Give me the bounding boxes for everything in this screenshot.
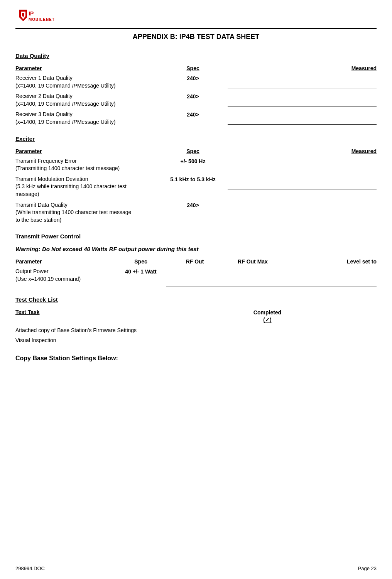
completed-line2: (✓) — [158, 316, 377, 323]
exciter-title: Exciter — [15, 135, 377, 142]
dq-row2-param: Receiver 2 Data Quality (x=1400, 19 Comm… — [15, 93, 158, 108]
ex-row3-line3: to the base station) — [15, 216, 158, 224]
ex-row2-measured — [228, 181, 377, 189]
checklist-task-2: Visual Inspection — [15, 337, 377, 343]
ex-row2-param: Transmit Modulation Deviation (5.3 kHz w… — [15, 176, 158, 198]
tpc-rfout-header: RF Out — [166, 258, 224, 265]
ex-row2-spec: 5.1 kHz to 5.3 kHz — [158, 176, 228, 182]
ex-row-1: Transmit Frequency Error (Transmitting 1… — [15, 157, 377, 172]
dq-row2-param-line1: Receiver 2 Data Quality — [15, 93, 158, 100]
data-quality-header-row: Parameter Spec Measured — [15, 65, 377, 71]
tpc-warning: Warning: Do Not exceed 40 Watts RF outpu… — [15, 246, 377, 252]
ex-spec-header: Spec — [158, 148, 228, 154]
page: IP MOBILENET . APPENDIX B: IP4B TEST DAT… — [0, 0, 392, 385]
dq-row-1: Receiver 1 Data Quality (x=1400, 19 Comm… — [15, 74, 377, 89]
page-footer: 298994.DOC Page 23 — [15, 565, 377, 571]
ex-row1-spec: +/- 500 Hz — [158, 157, 228, 164]
exciter-header-row: Parameter Spec Measured — [15, 148, 377, 154]
dq-row3-param-line1: Receiver 3 Data Quality — [15, 111, 158, 118]
svg-text:.: . — [47, 17, 48, 22]
ex-row1-line2: (Transmitting 1400 character test messag… — [15, 165, 158, 172]
footer-left: 298994.DOC — [15, 565, 45, 571]
svg-text:MOBILENET: MOBILENET — [29, 17, 55, 22]
data-quality-title: Data Quality — [15, 52, 377, 59]
checklist-task-1: Attached copy of Base Station’s Firmware… — [15, 327, 377, 333]
checklist-section: Test Check List Test Task Completed (✓) … — [15, 296, 377, 343]
tpc-row1-rfout — [166, 275, 224, 287]
dq-row2-spec: 240> — [158, 93, 228, 100]
tpc-section: Transmit Power Control Warning: Do Not e… — [15, 233, 377, 287]
ex-row3-param: Transmit Data Quality (While transmittin… — [15, 201, 158, 224]
copy-title: Copy Base Station Settings Below: — [15, 355, 377, 362]
tpc-row1-spec: 40 +/- 1 Watt — [116, 268, 166, 275]
task1-name: Attached copy of Base Station’s Firmware… — [15, 327, 158, 333]
completed-header: Completed (✓) — [158, 309, 377, 323]
ex-row1-line1: Transmit Frequency Error — [15, 157, 158, 165]
ex-row3-spec: 240> — [158, 201, 228, 208]
dq-row-3: Receiver 3 Data Quality (x=1400, 19 Comm… — [15, 111, 377, 126]
tpc-row1-param: Output Power (Use x=1400,19 command) — [15, 268, 116, 283]
ex-row2-line2: (5.3 kHz while transmitting 1400 charact… — [15, 183, 158, 191]
tpc-levelset-header: Level set to — [282, 258, 377, 265]
checklist-title: Test Check List — [15, 296, 377, 303]
tpc-row1-line2: (Use x=1400,19 command) — [15, 275, 116, 283]
dq-row1-param-line1: Receiver 1 Data Quality — [15, 74, 158, 82]
tpc-row1-line1: Output Power — [15, 268, 116, 275]
dq-param-header: Parameter — [15, 65, 158, 71]
ex-row-3: Transmit Data Quality (While transmittin… — [15, 201, 377, 224]
ex-row1-param: Transmit Frequency Error (Transmitting 1… — [15, 157, 158, 172]
tpc-rfoutmax-header: RF Out Max — [224, 258, 282, 265]
exciter-section: Exciter Parameter Spec Measured Transmit… — [15, 135, 377, 224]
dq-row1-param-line2: (x=1400, 19 Command IPMessage Utility) — [15, 82, 158, 90]
ex-row1-measured — [228, 163, 377, 171]
footer-right: Page 23 — [358, 565, 377, 571]
completed-line1: Completed — [158, 309, 377, 316]
dq-row1-measured — [228, 80, 377, 88]
page-title: APPENDIX B: IP4B TEST DATA SHEET — [15, 33, 377, 41]
logo: IP MOBILENET . — [15, 8, 66, 25]
ex-param-header: Parameter — [15, 148, 158, 154]
tpc-param-header: Parameter — [15, 258, 116, 265]
dq-spec-header: Spec — [158, 65, 228, 71]
dq-row-2: Receiver 2 Data Quality (x=1400, 19 Comm… — [15, 93, 377, 108]
dq-row1-param: Receiver 1 Data Quality (x=1400, 19 Comm… — [15, 74, 158, 89]
dq-row3-measured — [228, 116, 377, 125]
dq-row1-spec: 240> — [158, 74, 228, 81]
tpc-spec-header: Spec — [116, 258, 166, 265]
checklist-header-row: Test Task Completed (✓) — [15, 309, 377, 323]
ex-measured-header: Measured — [228, 148, 377, 154]
dq-row3-param-line2: (x=1400, 19 Command IPMessage Utility) — [15, 118, 158, 126]
tpc-row1-rfoutmax — [224, 275, 278, 287]
dq-row2-param-line2: (x=1400, 19 Command IPMessage Utility) — [15, 100, 158, 108]
logo-image: IP MOBILENET . — [15, 8, 66, 25]
ex-row3-line1: Transmit Data Quality — [15, 201, 158, 209]
tpc-header-row: Parameter Spec RF Out RF Out Max Level s… — [15, 258, 377, 265]
dq-measured-header: Measured — [228, 65, 377, 71]
svg-text:IP: IP — [29, 10, 34, 17]
page-header: IP MOBILENET . — [15, 8, 377, 29]
ex-row2-line1: Transmit Modulation Deviation — [15, 176, 158, 183]
data-quality-section: Data Quality Parameter Spec Measured Rec… — [15, 52, 377, 126]
task-header: Test Task — [15, 309, 158, 323]
dq-row3-param: Receiver 3 Data Quality (x=1400, 19 Comm… — [15, 111, 158, 126]
task2-name: Visual Inspection — [15, 337, 158, 343]
ex-row2-line3: message) — [15, 191, 158, 198]
dq-row3-spec: 240> — [158, 111, 228, 118]
tpc-title: Transmit Power Control — [15, 233, 377, 240]
tpc-row-1: Output Power (Use x=1400,19 command) 40 … — [15, 268, 377, 287]
copy-section: Copy Base Station Settings Below: — [15, 355, 377, 362]
tpc-row1-levelset — [278, 275, 377, 287]
ex-row3-measured — [228, 207, 377, 215]
dq-row2-measured — [228, 98, 377, 106]
ex-row3-line2: (While transmitting 1400 character test … — [15, 209, 158, 216]
ex-row-2: Transmit Modulation Deviation (5.3 kHz w… — [15, 176, 377, 198]
